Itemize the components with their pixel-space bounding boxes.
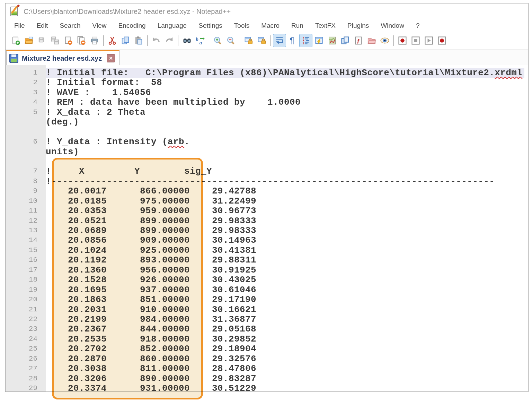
line-text[interactable]: 20.2870 860.00000 29.32576	[46, 354, 524, 364]
menu-item-language[interactable]: Language	[152, 22, 193, 29]
line-text[interactable]: !---------------------------------------…	[46, 176, 524, 186]
function-list-icon[interactable]: ƒ	[352, 34, 365, 47]
close-file-icon[interactable]	[62, 34, 75, 47]
svg-text:ƒ: ƒ	[357, 37, 360, 44]
line-text[interactable]: 20.2031 910.00000 30.16621	[46, 305, 524, 314]
new-file-icon[interactable]	[9, 34, 22, 47]
line-text[interactable]: ! Initial file: C:\Program Files (x86)\P…	[46, 68, 524, 78]
macro-save-icon[interactable]	[435, 34, 449, 47]
line-text[interactable]: 20.1863 851.00000 29.17190	[46, 295, 524, 304]
menu-item-file[interactable]: File	[8, 22, 31, 29]
udl-dialog-icon[interactable]	[312, 34, 326, 47]
menu-item-encoding[interactable]: Encoding	[112, 22, 151, 29]
line-text[interactable]: ! WAVE : 1.54056	[46, 88, 524, 97]
monitoring-icon[interactable]	[378, 34, 391, 47]
editor-area[interactable]: 1! Initial file: C:\Program Files (x86)\…	[6, 65, 528, 391]
line-number: 26	[6, 354, 46, 364]
tab-mixture2-header-esd[interactable]: Mixture2 header esd.xyz ✕	[6, 50, 119, 65]
line-text[interactable]: 20.0521 899.00000 29.98333	[46, 216, 524, 226]
menu-item-macro[interactable]: Macro	[255, 22, 285, 29]
menu-item-plugins[interactable]: Plugins	[342, 22, 375, 29]
tab-close-icon[interactable]: ✕	[107, 54, 115, 62]
save-icon[interactable]	[35, 34, 48, 47]
document-map-icon[interactable]	[326, 34, 339, 47]
line-number	[6, 157, 46, 166]
line-text[interactable]: (deg.)	[46, 117, 524, 127]
line-text[interactable]: 20.0689 899.00000 29.98333	[46, 226, 524, 235]
line-text[interactable]: 20.3038 811.00000 28.47806	[46, 364, 524, 373]
line-text[interactable]: 20.1192 893.00000 29.88311	[46, 255, 524, 265]
line-text[interactable]: 20.2367 844.00000 29.05168	[46, 324, 524, 334]
zoom-in-icon[interactable]	[211, 34, 224, 47]
menu-item-window[interactable]: Window	[375, 22, 410, 29]
notepadpp-app-icon	[10, 6, 19, 17]
save-all-icon[interactable]	[48, 34, 62, 47]
macro-play-icon[interactable]	[422, 34, 435, 47]
line-text[interactable]: 20.1695 937.00000 30.61046	[46, 285, 524, 295]
data-row: 27 20.3038 811.00000 28.47806	[6, 364, 528, 373]
line-text[interactable]: 20.1528 926.00000 30.43025	[46, 275, 524, 285]
line-number: 25	[6, 344, 46, 354]
text-row: 1! Initial file: C:\Program Files (x86)\…	[6, 68, 528, 78]
close-all-icon[interactable]	[75, 34, 88, 47]
menu-item-view[interactable]: View	[87, 22, 113, 29]
menu-item-search[interactable]: Search	[54, 22, 86, 29]
sync-scroll-h-icon[interactable]	[255, 34, 268, 47]
copy-icon[interactable]	[119, 34, 132, 47]
line-text[interactable]: ! Y_data : Intensity (arb.	[46, 137, 524, 147]
line-text[interactable]: 20.0185 975.00000 31.22499	[46, 196, 524, 206]
menu-item-[interactable]: ?	[410, 22, 426, 29]
menu-item-textfx[interactable]: TextFX	[309, 22, 342, 29]
toolbar-separator	[271, 35, 271, 46]
line-text[interactable]: 20.0017 866.00000 29.42788	[46, 186, 524, 196]
line-number: 20	[6, 295, 46, 304]
open-file-icon[interactable]	[22, 34, 35, 47]
line-text[interactable]: 20.1360 956.00000 30.91925	[46, 265, 524, 275]
line-text[interactable]	[46, 157, 524, 166]
data-row: 14 20.0856 909.00000 30.14963	[6, 235, 528, 245]
data-row: 26 20.2870 860.00000 29.32576	[6, 354, 528, 364]
macro-stop-icon[interactable]	[409, 34, 422, 47]
line-text[interactable]: units)	[46, 147, 524, 157]
line-text[interactable]: 20.2199 984.00000 31.36877	[46, 314, 524, 324]
line-text[interactable]: 20.3206 890.00000 29.83287	[46, 374, 524, 384]
data-row: 28 20.3206 890.00000 29.83287	[6, 374, 528, 384]
undo-icon[interactable]	[150, 34, 163, 47]
line-text[interactable]: 20.0856 909.00000 30.14963	[46, 235, 524, 245]
word-wrap-icon[interactable]	[273, 34, 286, 47]
line-text[interactable]: 20.2535 918.00000 30.29852	[46, 334, 524, 344]
redo-icon[interactable]	[163, 34, 176, 47]
print-icon[interactable]	[88, 34, 101, 47]
line-text[interactable]: ! X Y sig_Y	[46, 166, 524, 176]
line-number: 15	[6, 245, 46, 255]
replace-icon[interactable]: ba	[194, 34, 207, 47]
paste-icon[interactable]	[132, 34, 145, 47]
line-number: 3	[6, 88, 46, 97]
line-text[interactable]: 20.3374 931.00000 30.51229	[46, 384, 524, 391]
menu-item-tools[interactable]: Tools	[228, 22, 255, 29]
document-switcher-icon[interactable]	[339, 34, 352, 47]
macro-record-icon[interactable]	[396, 34, 409, 47]
line-text[interactable]: ! X_data : 2 Theta	[46, 107, 524, 117]
text-row: (deg.)	[6, 117, 528, 127]
line-text[interactable]: 20.2702 852.00000 29.18904	[46, 344, 524, 354]
line-number	[6, 117, 46, 127]
line-number: 23	[6, 324, 46, 334]
menu-item-edit[interactable]: Edit	[31, 22, 54, 29]
sync-scroll-v-icon[interactable]	[242, 34, 255, 47]
menu-item-settings[interactable]: Settings	[193, 22, 228, 29]
line-text[interactable]: ! Initial format: 58	[46, 78, 524, 87]
svg-text:¶: ¶	[290, 36, 294, 45]
line-text[interactable]: 20.1024 925.00000 30.41381	[46, 245, 524, 255]
cut-icon[interactable]	[106, 34, 119, 47]
line-text[interactable]: ! REM : data have been multiplied by 1.0…	[46, 97, 524, 107]
menu-item-run[interactable]: Run	[285, 22, 309, 29]
line-text[interactable]: 20.0353 959.00000 30.96773	[46, 206, 524, 216]
misspelled-word: arb	[168, 137, 184, 147]
zoom-out-icon[interactable]	[224, 34, 238, 47]
indent-guide-icon[interactable]	[299, 34, 312, 47]
folder-workspace-icon[interactable]	[365, 34, 378, 47]
find-icon[interactable]	[180, 34, 194, 47]
line-text[interactable]	[46, 127, 524, 137]
show-all-chars-icon[interactable]: ¶	[286, 34, 299, 47]
